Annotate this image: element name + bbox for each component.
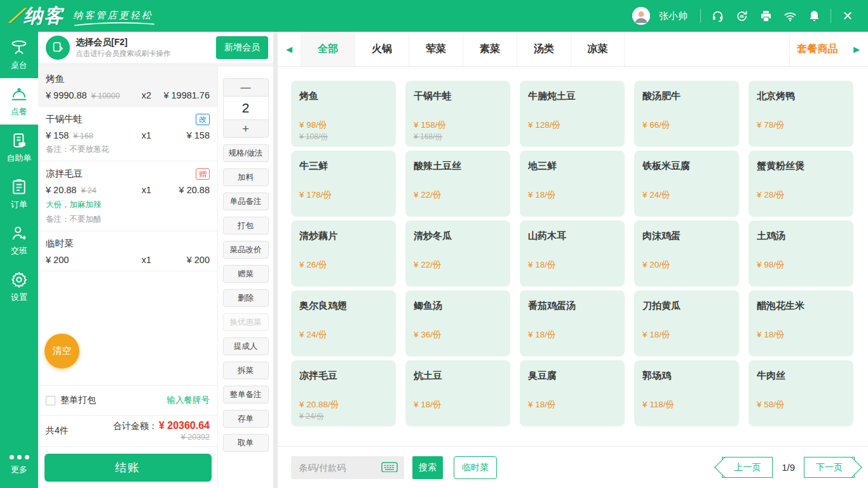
- order-item[interactable]: 临时菜 ¥ 200 x1 ¥ 200: [38, 231, 217, 271]
- sidebar-item-shift-change[interactable]: 交班: [0, 217, 38, 264]
- action-button[interactable]: 删除: [223, 289, 269, 307]
- category-tab[interactable]: 荤菜: [409, 32, 463, 66]
- table-icon: [10, 39, 28, 57]
- menu-item-card[interactable]: 酸汤肥牛¥ 66/份: [634, 81, 739, 147]
- action-button[interactable]: 存单: [223, 410, 269, 428]
- prev-page-button[interactable]: 上一页: [722, 457, 773, 478]
- action-button[interactable]: 加料: [223, 168, 269, 186]
- tabs-scroll-left-icon[interactable]: ◀: [278, 32, 301, 66]
- order-item-spec: 大份，加麻加辣: [46, 200, 210, 210]
- menu-item-old-price: ¥ 168/份: [414, 132, 502, 142]
- cloche-icon: [10, 85, 28, 103]
- menu-item-card[interactable]: 地三鲜¥ 18/份: [520, 151, 625, 217]
- member-bar[interactable]: 选择会员[F2] 点击进行会员搜索或刷卡操作 新增会员: [38, 32, 273, 67]
- menu-grid: 烤鱼¥ 98/份¥ 108/份干锅牛蛙¥ 158/份¥ 168/份牛腩炖土豆¥ …: [278, 67, 868, 446]
- menu-item-card[interactable]: 臭豆腐¥ 18/份: [520, 360, 625, 426]
- temp-dish-button[interactable]: 临时菜: [454, 456, 497, 479]
- headset-icon[interactable]: [710, 8, 725, 24]
- enter-table-card-number-link[interactable]: 输入餐牌号: [167, 395, 210, 406]
- total-row: 共4件 合计金额： ¥ 20360.64 ¥ 20392: [38, 415, 217, 446]
- order-item[interactable]: 干锅牛蛙 改 ¥ 158 ¥ 168 x1 ¥ 158 备注：不要放葱花: [38, 107, 217, 161]
- menu-item-card[interactable]: 牛肉丝¥ 58/份: [749, 360, 853, 426]
- menu-item-card[interactable]: 牛三鲜¥ 178/份: [291, 151, 396, 217]
- menu-item-price: ¥ 118/份: [642, 399, 731, 410]
- action-button[interactable]: 赠菜: [223, 265, 269, 283]
- member-title: 选择会员[F2]: [76, 37, 171, 48]
- menu-item-card[interactable]: 清炒冬瓜¥ 22/份: [405, 220, 510, 287]
- combo-products-tab[interactable]: 套餐商品: [789, 32, 845, 66]
- menu-item-price: ¥ 128/份: [528, 119, 616, 131]
- action-button[interactable]: 取单: [223, 434, 269, 452]
- action-button[interactable]: 拆菜: [223, 362, 269, 379]
- menu-item-name: 凉拌毛豆: [299, 370, 388, 382]
- tabs-scroll-right-icon[interactable]: ▶: [845, 32, 868, 66]
- category-tabs-bar: ◀ 全部火锅荤菜素菜汤类凉菜 套餐商品 ▶: [278, 32, 868, 67]
- shift-change-icon: [10, 224, 28, 242]
- action-button[interactable]: 规格/做法: [223, 144, 269, 162]
- menu-item-card[interactable]: 酸辣土豆丝¥ 22/份: [405, 151, 510, 217]
- action-button[interactable]: 打包: [223, 217, 269, 234]
- quantity-plus-button[interactable]: +: [223, 119, 269, 138]
- menu-item-card[interactable]: 铁板米豆腐¥ 24/份: [634, 151, 739, 217]
- clear-order-button[interactable]: 清空: [44, 334, 79, 369]
- menu-item-name: 蟹黄粉丝煲: [757, 160, 845, 172]
- menu-item-price: ¥ 24/份: [642, 189, 731, 201]
- category-tab[interactable]: 火锅: [355, 32, 409, 66]
- action-button[interactable]: 菜品改价: [223, 241, 269, 259]
- menu-item-card[interactable]: 鲫鱼汤¥ 36/份: [405, 290, 510, 356]
- sidebar-item-orders[interactable]: 订单: [0, 171, 38, 217]
- sidebar-item-settings[interactable]: 设置: [0, 264, 38, 310]
- menu-item-card[interactable]: 北京烤鸭¥ 78/份: [749, 81, 853, 147]
- sidebar-item-tables[interactable]: 桌台: [0, 32, 38, 78]
- next-page-button[interactable]: 下一页: [804, 457, 855, 478]
- menu-item-card[interactable]: 番茄鸡蛋汤¥ 18/份: [520, 290, 625, 356]
- menu-item-card[interactable]: 烤鱼¥ 98/份¥ 108/份: [291, 81, 396, 147]
- menu-item-card[interactable]: 土鸡汤¥ 98/份: [749, 220, 853, 287]
- sidebar-item-self-service[interactable]: 自助单: [0, 125, 38, 171]
- sidebar-item-order-food[interactable]: 点餐: [0, 78, 38, 125]
- pack-whole-order-checkbox[interactable]: [46, 396, 55, 405]
- quantity-stepper: — 2 +: [223, 78, 269, 138]
- menu-item-card[interactable]: 凉拌毛豆¥ 20.88/份¥ 24/份: [291, 360, 396, 426]
- printer-icon[interactable]: [758, 8, 773, 24]
- menu-item-card[interactable]: 清炒藕片¥ 26/份: [291, 220, 396, 287]
- category-tab[interactable]: 汤类: [517, 32, 571, 66]
- quantity-minus-button[interactable]: —: [223, 78, 269, 97]
- menu-item-price: ¥ 20.88/份: [299, 399, 388, 410]
- checkout-button[interactable]: 结账: [44, 454, 212, 482]
- category-tab[interactable]: 凉菜: [571, 32, 625, 66]
- category-tab[interactable]: 全部: [301, 32, 355, 66]
- menu-item-card[interactable]: 奥尔良鸡翅¥ 24/份: [291, 290, 396, 356]
- menu-item-card[interactable]: 醋泡花生米¥ 18/份: [749, 290, 853, 356]
- action-button[interactable]: 提成人: [223, 337, 269, 355]
- wifi-icon[interactable]: [782, 8, 797, 24]
- action-button[interactable]: 整单备注: [223, 386, 269, 403]
- menu-item-card[interactable]: 炕土豆¥ 18/份: [405, 360, 510, 426]
- order-item[interactable]: 凉拌毛豆 赠 ¥ 20.88 ¥ 24 x1 ¥ 20.88 大份，加麻加辣 备…: [38, 161, 217, 231]
- bell-icon[interactable]: [806, 8, 822, 24]
- search-button[interactable]: 搜索: [412, 456, 443, 479]
- avatar[interactable]: [632, 7, 650, 25]
- menu-item-price: ¥ 18/份: [528, 329, 616, 341]
- menu-item-card[interactable]: 刀拍黄瓜¥ 18/份: [634, 290, 739, 356]
- menu-item-name: 郭场鸡: [642, 370, 731, 382]
- menu-item-card[interactable]: 郭场鸡¥ 118/份: [634, 360, 739, 426]
- sync-icon[interactable]: [734, 8, 749, 24]
- pager: 上一页 1/9 下一页: [722, 457, 855, 478]
- menu-item-card[interactable]: 肉沫鸡蛋¥ 20/份: [634, 220, 739, 287]
- total-amount: ¥ 20360.64: [159, 419, 210, 431]
- order-item[interactable]: 烤鱼 ¥ 9990.88 ¥ 10000 x2 ¥ 19981.76: [38, 67, 217, 107]
- close-icon[interactable]: ✕: [840, 8, 855, 24]
- add-member-button[interactable]: 新增会员: [216, 36, 268, 59]
- sidebar-item-more[interactable]: 更多: [0, 442, 38, 488]
- menu-item-card[interactable]: 干锅牛蛙¥ 158/份¥ 168/份: [405, 81, 510, 147]
- category-tab[interactable]: 素菜: [463, 32, 517, 66]
- menu-item-card[interactable]: 蟹黄粉丝煲¥ 28/份: [749, 151, 853, 217]
- keyboard-icon[interactable]: [381, 462, 398, 473]
- action-button[interactable]: 单品备注: [223, 193, 269, 210]
- menu-item-name: 烤鱼: [299, 90, 388, 102]
- tagline-swoosh: [73, 22, 156, 27]
- menu-item-card[interactable]: 牛腩炖土豆¥ 128/份: [520, 81, 625, 147]
- menu-item-old-price: ¥ 108/份: [299, 132, 388, 142]
- menu-item-card[interactable]: 山药木耳¥ 18/份: [520, 220, 625, 287]
